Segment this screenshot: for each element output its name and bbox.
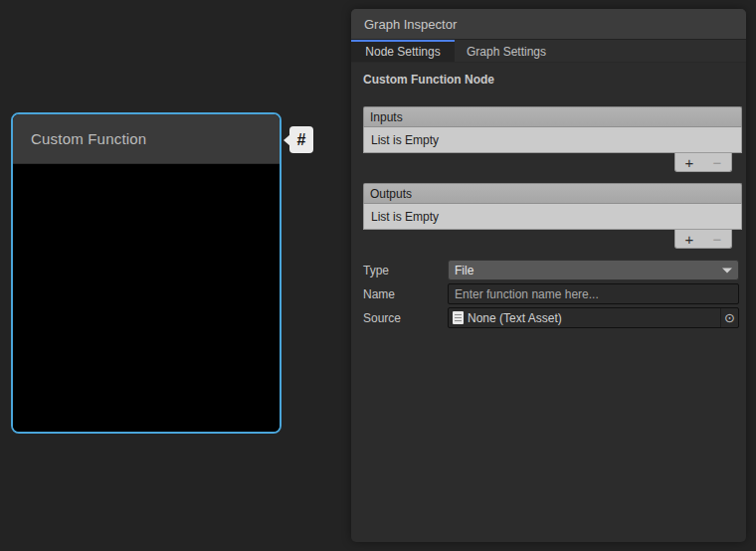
inputs-empty-label: List is Empty xyxy=(371,133,439,147)
hash-icon: # xyxy=(297,131,306,149)
node-title-bar[interactable]: Custom Function xyxy=(13,114,280,164)
outputs-empty-label: List is Empty xyxy=(371,210,439,224)
outputs-list-title: Outputs xyxy=(370,187,412,201)
text-asset-icon xyxy=(453,311,464,324)
badge-pointer-icon xyxy=(284,134,290,146)
tab-graph-settings[interactable]: Graph Settings xyxy=(455,40,558,62)
outputs-list: Outputs List is Empty + − xyxy=(363,183,742,249)
outputs-list-empty-row: List is Empty xyxy=(363,204,742,230)
outputs-add-button[interactable]: + xyxy=(677,230,702,248)
source-row: Source None (Text Asset) ⊙ xyxy=(363,307,742,328)
tab-node-settings[interactable]: Node Settings xyxy=(351,40,455,62)
name-label: Name xyxy=(363,287,448,301)
source-object-field[interactable]: None (Text Asset) ⊙ xyxy=(448,307,739,328)
tab-node-settings-label: Node Settings xyxy=(365,45,440,59)
type-dropdown[interactable]: File xyxy=(448,260,739,280)
tab-graph-settings-label: Graph Settings xyxy=(467,45,546,59)
object-picker-icon: ⊙ xyxy=(724,310,735,325)
outputs-list-footer: + − xyxy=(674,230,732,249)
object-picker-button[interactable]: ⊙ xyxy=(720,308,738,327)
node-properties: Type File Name Source xyxy=(363,260,742,328)
graph-inspector-panel: Graph Inspector Node Settings Graph Sett… xyxy=(351,9,746,542)
outputs-list-header: Outputs xyxy=(363,183,742,204)
source-label: Source xyxy=(363,311,448,325)
inspector-header[interactable]: Graph Inspector xyxy=(351,9,746,40)
type-row: Type File xyxy=(363,260,742,280)
inputs-list-title: Inputs xyxy=(370,110,403,124)
node-hash-badge[interactable]: # xyxy=(289,126,313,153)
outputs-remove-button[interactable]: − xyxy=(705,230,730,248)
type-label: Type xyxy=(363,264,448,277)
node-preview-body xyxy=(13,164,280,434)
name-row: Name xyxy=(363,283,742,304)
inputs-list-footer: + − xyxy=(674,153,732,172)
node-title: Custom Function xyxy=(31,130,146,147)
inputs-list-header: Inputs xyxy=(363,106,742,127)
source-object-value: None (Text Asset) xyxy=(468,311,720,325)
type-dropdown-value: File xyxy=(455,264,473,277)
inspector-title: Graph Inspector xyxy=(364,17,457,32)
node-settings-heading: Custom Function Node xyxy=(363,73,742,87)
name-input[interactable] xyxy=(448,283,739,304)
custom-function-node[interactable]: Custom Function xyxy=(11,112,282,434)
inputs-add-button[interactable]: + xyxy=(677,153,702,171)
inputs-remove-button[interactable]: − xyxy=(705,153,730,171)
inputs-list: Inputs List is Empty + − xyxy=(363,106,742,172)
chevron-down-icon xyxy=(722,268,732,273)
inspector-tab-bar: Node Settings Graph Settings xyxy=(351,40,746,63)
inspector-content: Custom Function Node Inputs List is Empt… xyxy=(351,63,746,328)
inputs-list-empty-row: List is Empty xyxy=(363,127,742,153)
